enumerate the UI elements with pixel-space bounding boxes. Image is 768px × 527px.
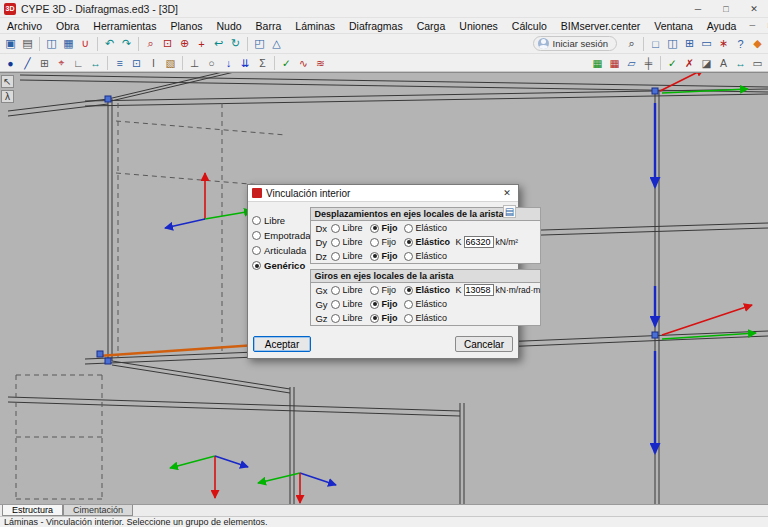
zoom-in-icon[interactable]: ⊕ bbox=[176, 36, 193, 52]
redraw-icon[interactable]: ↻ bbox=[227, 36, 244, 52]
option-gy-libre[interactable]: Libre bbox=[331, 299, 370, 309]
menu-item-carga[interactable]: Carga bbox=[410, 18, 453, 33]
section-cut-icon[interactable]: ◪ bbox=[698, 55, 715, 70]
groups-icon[interactable]: ⊡ bbox=[128, 55, 145, 70]
check-icon[interactable]: ✓ bbox=[664, 55, 681, 70]
close-icon[interactable]: ✕ bbox=[740, 0, 768, 17]
option-dy-libre[interactable]: Libre bbox=[331, 237, 370, 247]
pan-icon[interactable]: + bbox=[193, 36, 210, 52]
view-3d-icon[interactable]: ◰ bbox=[251, 36, 268, 52]
maximize-icon[interactable]: □ bbox=[712, 0, 740, 17]
layers-icon[interactable]: ≡ bbox=[111, 55, 128, 70]
new-node-icon[interactable]: ● bbox=[2, 55, 19, 70]
measure-icon[interactable]: ↔ bbox=[732, 55, 749, 70]
option-articulada[interactable]: Articulada bbox=[252, 243, 310, 258]
menu-item-obra[interactable]: Obra bbox=[49, 18, 86, 33]
lambda-icon[interactable]: λ bbox=[1, 90, 14, 103]
accept-button[interactable]: Aceptar bbox=[253, 336, 311, 352]
tab-estructura[interactable]: Estructura bbox=[2, 505, 63, 516]
support-icon[interactable]: ⊥ bbox=[186, 55, 203, 70]
load-icon[interactable]: ↓ bbox=[220, 55, 237, 70]
zoom-extents-icon[interactable]: ⊡ bbox=[159, 36, 176, 52]
undo-icon[interactable]: ↶ bbox=[101, 36, 118, 52]
menu-item-archivo[interactable]: Archivo bbox=[0, 18, 49, 33]
previous-view-icon[interactable]: ↩ bbox=[210, 36, 227, 52]
minimize-icon[interactable]: ─ bbox=[684, 0, 712, 17]
menu-item-herramientas[interactable]: Herramientas bbox=[86, 18, 163, 33]
hinge-icon[interactable]: ○ bbox=[203, 55, 220, 70]
new-bar-icon[interactable]: ╱ bbox=[19, 55, 36, 70]
envelope-icon[interactable]: ≋ bbox=[312, 55, 329, 70]
perspective-icon[interactable]: △ bbox=[268, 36, 285, 52]
menu-item-laminas[interactable]: Láminas bbox=[288, 18, 342, 33]
window-single-icon[interactable]: □ bbox=[647, 36, 664, 52]
option-dz-libre[interactable]: Libre bbox=[331, 251, 370, 261]
menu-item-diafragmas[interactable]: Diafragmas bbox=[342, 18, 410, 33]
monitor-icon[interactable]: ▭ bbox=[698, 36, 715, 52]
option-dx-fijo[interactable]: Fijo bbox=[370, 223, 404, 233]
option-gz-libre[interactable]: Libre bbox=[331, 313, 370, 323]
error-icon[interactable]: ✗ bbox=[681, 55, 698, 70]
diaphragm-icon[interactable]: ▱ bbox=[623, 55, 640, 70]
selected-edge[interactable] bbox=[98, 345, 257, 356]
save-icon[interactable]: ▣ bbox=[2, 36, 19, 52]
dialog-help-icon[interactable]: ▤ bbox=[503, 205, 516, 218]
k-value-input-dy[interactable] bbox=[464, 236, 494, 248]
login-button[interactable]: Iniciar sesión bbox=[533, 36, 617, 51]
menu-item-planos[interactable]: Planos bbox=[163, 18, 209, 33]
option-gy-elastico[interactable]: Elástico bbox=[404, 299, 454, 309]
option-empotrada[interactable]: Empotrada bbox=[252, 228, 310, 243]
mesh-icon[interactable]: ▦ bbox=[606, 55, 623, 70]
camera-icon[interactable]: ▭ bbox=[749, 55, 766, 70]
search-icon[interactable]: ⌕ bbox=[623, 36, 640, 52]
zoom-window-icon[interactable]: ⌕ bbox=[142, 36, 159, 52]
option-dx-libre[interactable]: Libre bbox=[331, 223, 370, 233]
menu-item-barra[interactable]: Barra bbox=[249, 18, 289, 33]
new-window-icon[interactable]: ◫ bbox=[43, 36, 60, 52]
dialog-close-icon[interactable]: ✕ bbox=[496, 185, 518, 201]
option-dz-fijo[interactable]: Fijo bbox=[370, 251, 404, 261]
snap-icon[interactable]: ⌖ bbox=[53, 55, 70, 70]
menu-item-nudo[interactable]: Nudo bbox=[210, 18, 249, 33]
option-dy-fijo[interactable]: Fijo bbox=[370, 237, 404, 247]
diagram-icon[interactable]: ∿ bbox=[295, 55, 312, 70]
menu-item-uniones[interactable]: Uniones bbox=[452, 18, 505, 33]
tables-icon[interactable]: ▦ bbox=[60, 36, 77, 52]
cancel-button[interactable]: Cancelar bbox=[455, 336, 513, 352]
window-split-icon[interactable]: ◫ bbox=[664, 36, 681, 52]
child-minimize-icon[interactable]: ─ bbox=[743, 18, 761, 33]
menu-item-ayuda[interactable]: Ayuda bbox=[700, 18, 744, 33]
bimserver-icon[interactable]: ◆ bbox=[749, 36, 766, 52]
dialog-title-bar[interactable]: Vinculación interior ✕ bbox=[248, 185, 518, 202]
grid-icon[interactable]: ⊞ bbox=[36, 55, 53, 70]
option-gz-elastico[interactable]: Elástico bbox=[404, 313, 454, 323]
print-icon[interactable]: ▤ bbox=[19, 36, 36, 52]
pointer-axis-icon[interactable]: ↖ bbox=[1, 75, 14, 88]
redo-icon[interactable]: ↷ bbox=[118, 36, 135, 52]
text-icon[interactable]: A bbox=[715, 55, 732, 70]
menu-item-ventana[interactable]: Ventana bbox=[647, 18, 700, 33]
ortho-icon[interactable]: ∟ bbox=[70, 55, 87, 70]
magnet-icon[interactable]: ∪ bbox=[77, 36, 94, 52]
load-cases-icon[interactable]: ⇊ bbox=[237, 55, 254, 70]
k-value-input-gx[interactable] bbox=[464, 284, 494, 296]
tab-cimentacion[interactable]: Cimentación bbox=[63, 505, 133, 516]
option-generico[interactable]: Genérico bbox=[252, 258, 310, 273]
option-gz-fijo[interactable]: Fijo bbox=[370, 313, 404, 323]
option-dz-elastico[interactable]: Elástico bbox=[404, 251, 454, 261]
combinations-icon[interactable]: Σ bbox=[254, 55, 271, 70]
menu-item-calculo[interactable]: Cálculo bbox=[505, 18, 554, 33]
help-icon[interactable]: ? bbox=[732, 36, 749, 52]
edge-link-icon[interactable]: ╪ bbox=[640, 55, 657, 70]
calculate-icon[interactable]: ✓ bbox=[278, 55, 295, 70]
option-gx-libre[interactable]: Libre bbox=[331, 285, 370, 295]
child-restore-icon[interactable]: □ bbox=[761, 18, 768, 33]
material-icon[interactable]: ▧ bbox=[162, 55, 179, 70]
settings-icon[interactable]: ∗ bbox=[715, 36, 732, 52]
option-gy-fijo[interactable]: Fijo bbox=[370, 299, 404, 309]
menu-item-bimserver-center[interactable]: BIMserver.center bbox=[554, 18, 647, 33]
option-libre[interactable]: Libre bbox=[252, 213, 310, 228]
shell-icon[interactable]: ▦ bbox=[589, 55, 606, 70]
window-grid-icon[interactable]: ⊞ bbox=[681, 36, 698, 52]
option-gx-fijo[interactable]: Fijo bbox=[370, 285, 404, 295]
